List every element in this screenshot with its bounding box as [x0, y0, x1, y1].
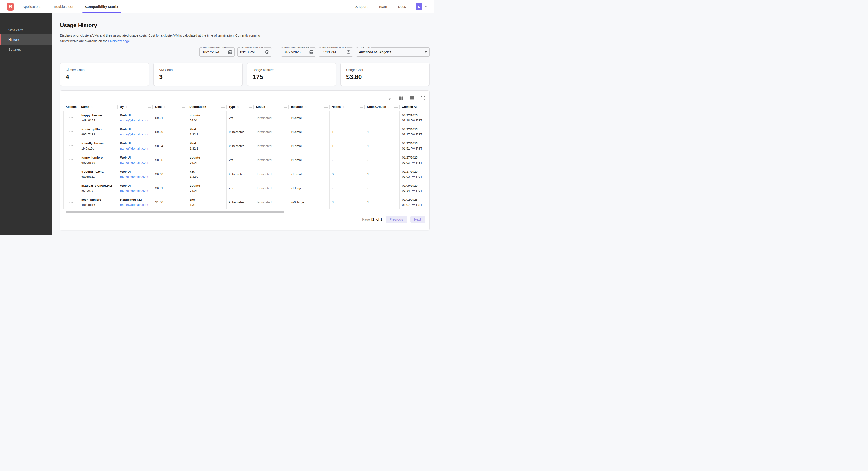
sort-desc-icon[interactable]: ↓	[418, 105, 420, 109]
date-range-separator: —	[275, 50, 278, 54]
column-resize-handle[interactable]	[324, 106, 328, 108]
nav-item-docs[interactable]: Docs	[398, 5, 406, 8]
fullscreen-icon[interactable]	[421, 96, 425, 100]
cell-by: Web UIname@domain.com	[118, 139, 153, 153]
column-header-instance[interactable]: Instance↑↓	[289, 103, 330, 111]
email-text[interactable]: name@domain.com	[120, 161, 153, 164]
created-date-text: 01/27/2025	[402, 170, 425, 173]
cell-status: Terminated	[254, 181, 289, 195]
filter-icon[interactable]	[388, 96, 392, 100]
terminated-before-time-value[interactable]: 03:19 PM	[321, 50, 336, 54]
cell-node-groups: 1	[365, 167, 399, 181]
nav-item-support[interactable]: Support	[355, 5, 368, 8]
cell-instance: r1.small	[289, 125, 330, 139]
column-header-nodes[interactable]: Nodes↑↓	[330, 103, 365, 111]
terminated-after-date-field[interactable]: Terminated after date 10/27/2024	[199, 48, 235, 57]
terminated-after-time-value[interactable]: 03:19 PM	[240, 50, 254, 54]
email-text[interactable]: name@domain.com	[120, 203, 153, 206]
sort-icon[interactable]: ↑↓	[125, 106, 127, 108]
page-title: Usage History	[60, 22, 430, 29]
sort-icon[interactable]: ↑↓	[237, 106, 239, 108]
table-row-happy_beaver: happy_beavera48d9324Web UIname@domain.co…	[63, 111, 425, 125]
select-caret-icon[interactable]	[423, 51, 427, 53]
sort-icon[interactable]: ↑↓	[91, 106, 92, 108]
column-resize-handle[interactable]	[148, 106, 151, 108]
previous-page-button[interactable]: Previous	[385, 216, 407, 223]
cell-cost: $1.06	[153, 195, 187, 209]
column-header-cost[interactable]: Cost↑↓	[153, 103, 187, 111]
column-header-by[interactable]: By↑↓	[118, 103, 153, 111]
sidebar-item-settings[interactable]: Settings	[0, 45, 52, 54]
instance-text: r1.small	[291, 172, 330, 176]
timezone-select[interactable]: Timezone America/Los_Angeles	[356, 48, 430, 57]
page-description: Displays prior clusters/VMs and their as…	[60, 33, 430, 44]
cell-name: keen_lumiere4819de16	[79, 195, 118, 209]
calendar-icon[interactable]	[226, 50, 232, 54]
column-header-node-groups[interactable]: Node Groups↑↓	[365, 103, 399, 111]
sort-icon[interactable]: ↑↓	[305, 106, 306, 108]
replicated-logo[interactable]: R	[7, 3, 14, 10]
horizontal-scrollbar[interactable]	[66, 211, 284, 213]
terminated-before-time-field[interactable]: Terminated before time 03:19 PM	[318, 48, 353, 57]
cell-distribution: kind1.32.1	[187, 125, 226, 139]
clock-icon[interactable]	[344, 50, 351, 54]
sort-icon[interactable]: ↑↓	[267, 106, 268, 108]
nav-item-compatibility-matrix[interactable]: Compatibility Matrix	[85, 0, 118, 13]
column-resize-handle[interactable]	[394, 106, 398, 108]
nav-item-team[interactable]: Team	[378, 5, 387, 8]
sidebar-item-overview[interactable]: Overview	[0, 25, 52, 34]
columns-icon[interactable]	[399, 96, 403, 100]
terminated-before-date-field[interactable]: Terminated before date 01/27/2025	[281, 48, 316, 57]
column-header-distribution[interactable]: Distribution↑↓	[187, 103, 226, 111]
email-text[interactable]: name@domain.com	[120, 175, 153, 178]
nav-item-applications[interactable]: Applications	[23, 0, 41, 13]
clock-icon[interactable]	[263, 50, 269, 54]
sort-icon[interactable]: ↑↓	[163, 106, 165, 108]
avatar[interactable]: K	[415, 3, 423, 10]
distribution-text: eks	[190, 198, 226, 201]
status-text: Terminated	[256, 186, 289, 190]
sidebar-item-history[interactable]: History	[0, 34, 52, 45]
terminated-after-date-value[interactable]: 10/27/2024	[203, 50, 219, 54]
terminated-after-time-field[interactable]: Terminated after time 03:19 PM	[237, 48, 272, 57]
row-actions-menu-icon[interactable]	[63, 181, 79, 195]
column-resize-handle[interactable]	[249, 106, 252, 108]
column-header-type[interactable]: Type↑↓	[226, 103, 254, 111]
column-resize-handle[interactable]	[182, 106, 185, 108]
overview-page-link[interactable]: Overview page	[108, 39, 130, 43]
nav-item-troubleshoot[interactable]: Troubleshoot	[53, 0, 73, 13]
instance-text: m6i.large	[291, 201, 330, 204]
column-header-name[interactable]: Name↑↓	[79, 103, 118, 111]
node-groups-text: 1	[367, 144, 399, 148]
calendar-icon[interactable]	[307, 50, 313, 54]
column-resize-handle[interactable]	[360, 106, 363, 108]
email-text[interactable]: name@domain.com	[120, 189, 153, 193]
density-icon[interactable]	[410, 96, 414, 100]
sort-icon[interactable]: ↑↓	[342, 106, 344, 108]
column-label: Nodes	[332, 105, 341, 109]
email-text[interactable]: name@domain.com	[120, 133, 153, 136]
row-actions-menu-icon[interactable]	[63, 139, 79, 153]
row-actions-menu-icon[interactable]	[63, 167, 79, 181]
created-date-text: 01/02/2025	[402, 198, 425, 201]
column-label: Status	[256, 105, 265, 109]
sort-icon[interactable]: ↑↓	[388, 106, 389, 108]
timezone-value[interactable]: America/Los_Angeles	[359, 50, 392, 54]
terminated-before-date-value[interactable]: 01/27/2025	[284, 50, 301, 54]
row-actions-menu-icon[interactable]	[63, 125, 79, 139]
email-text[interactable]: name@domain.com	[120, 147, 153, 150]
row-actions-menu-icon[interactable]	[63, 153, 79, 167]
email-text[interactable]: name@domain.com	[120, 119, 153, 122]
account-menu[interactable]: K	[415, 3, 428, 10]
column-header-created-at[interactable]: Created At↓	[399, 103, 425, 111]
sort-icon[interactable]: ↑↓	[208, 106, 209, 108]
column-resize-handle[interactable]	[284, 106, 287, 108]
column-resize-handle[interactable]	[221, 106, 225, 108]
row-actions-menu-icon[interactable]	[63, 111, 79, 125]
next-page-button[interactable]: Next	[410, 216, 425, 223]
column-header-status[interactable]: Status↑↓	[254, 103, 289, 111]
created-time-text: 03:18 PM PST	[402, 119, 425, 122]
chevron-down-icon[interactable]	[424, 5, 428, 8]
row-actions-menu-icon[interactable]	[63, 195, 79, 209]
distribution-text: k3s	[190, 170, 226, 173]
